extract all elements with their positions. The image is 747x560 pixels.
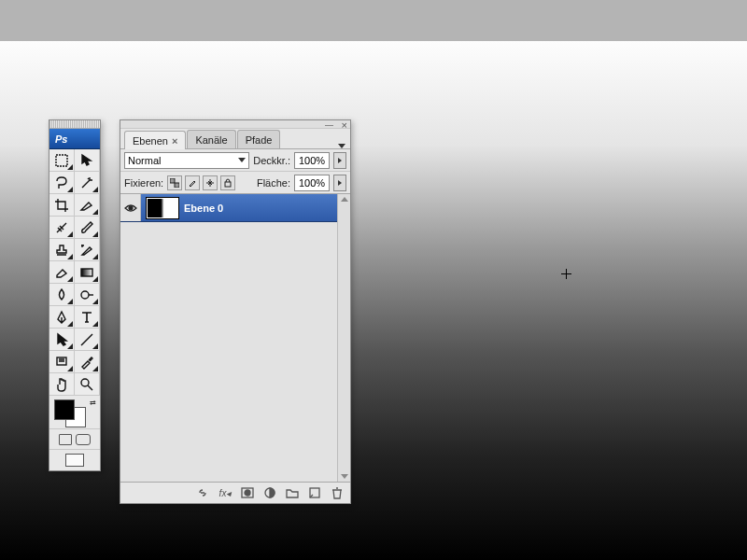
tool-dodge[interactable] <box>75 284 100 306</box>
tab-label: Kanäle <box>195 134 227 146</box>
blend-opacity-row: Normal Deckkr.: 100% <box>120 149 350 172</box>
fill-input[interactable]: 100% <box>294 175 330 191</box>
app-topbar <box>0 0 747 41</box>
lock-pixels-icon[interactable] <box>185 175 200 190</box>
tab-close-icon[interactable]: × <box>172 135 177 147</box>
lock-transparency-icon[interactable] <box>167 175 182 190</box>
tool-lasso[interactable] <box>49 172 75 194</box>
opacity-stepper[interactable] <box>333 152 346 169</box>
color-swatches: ⇄ <box>49 396 100 429</box>
panel-footer: fx◂ <box>120 483 350 503</box>
standard-mode-icon[interactable] <box>59 434 72 445</box>
eye-icon <box>124 203 137 213</box>
tool-notes[interactable] <box>49 351 75 373</box>
opacity-input[interactable]: 100% <box>294 152 330 169</box>
layer-row[interactable]: Ebene 0 <box>120 194 350 222</box>
svg-point-2 <box>81 291 89 299</box>
minimize-icon[interactable]: — <box>325 120 333 130</box>
tool-brush[interactable] <box>75 217 100 239</box>
svg-rect-5 <box>170 178 175 183</box>
app-logo: Ps <box>49 129 100 149</box>
lock-label: Fixieren: <box>124 177 163 189</box>
tool-stamp[interactable] <box>49 239 75 261</box>
scrollbar[interactable] <box>337 194 350 482</box>
tool-history-brush[interactable] <box>75 239 100 261</box>
fill-stepper[interactable] <box>333 175 346 191</box>
layers-panel: — × Ebenen× Kanäle Pfade Normal Deckkr.:… <box>120 119 351 504</box>
svg-point-4 <box>81 379 89 386</box>
tool-eraser[interactable] <box>49 261 75 284</box>
tool-zoom[interactable] <box>75 373 100 396</box>
close-icon[interactable]: × <box>342 119 347 131</box>
tool-line[interactable] <box>75 329 100 351</box>
trash-icon[interactable] <box>330 485 345 500</box>
panel-menu-icon[interactable] <box>333 144 350 148</box>
cursor-crosshair-icon <box>561 269 571 279</box>
opacity-label: Deckkr.: <box>253 155 290 166</box>
tab-kanaele[interactable]: Kanäle <box>187 130 235 148</box>
tab-label: Ebenen <box>133 135 168 147</box>
tab-label: Pfade <box>246 134 273 146</box>
screen-mode-row <box>49 450 100 470</box>
new-layer-icon[interactable] <box>307 485 322 500</box>
quickmask-mode-icon[interactable] <box>76 434 91 445</box>
layer-thumbnail[interactable] <box>147 198 178 218</box>
tool-marquee[interactable] <box>49 149 75 172</box>
lock-position-icon[interactable] <box>203 175 218 190</box>
lock-all-icon[interactable] <box>220 175 235 190</box>
fx-icon[interactable]: fx◂ <box>218 485 233 500</box>
tool-eyedropper[interactable] <box>75 351 100 373</box>
tool-gradient[interactable] <box>75 261 100 284</box>
link-layers-icon[interactable] <box>195 485 210 500</box>
toolbox-drag-handle[interactable] <box>49 120 100 129</box>
tab-ebenen[interactable]: Ebenen× <box>124 131 186 149</box>
lock-fill-row: Fixieren: Fläche: 100% <box>120 172 350 194</box>
tool-move[interactable] <box>75 149 100 172</box>
tool-healing[interactable] <box>49 217 75 239</box>
svg-rect-0 <box>56 155 67 166</box>
chevron-down-icon <box>238 158 246 162</box>
tool-pen[interactable] <box>49 306 75 329</box>
tab-pfade[interactable]: Pfade <box>237 130 281 148</box>
adjustment-icon[interactable] <box>262 485 277 500</box>
svg-rect-6 <box>175 183 179 188</box>
tool-crop[interactable] <box>49 194 75 217</box>
svg-point-10 <box>245 490 250 496</box>
mask-icon[interactable] <box>240 485 255 500</box>
panel-titlebar[interactable]: — × <box>120 120 350 129</box>
tool-blur[interactable] <box>49 284 75 306</box>
svg-point-8 <box>129 206 133 210</box>
foreground-swatch[interactable] <box>54 399 75 420</box>
toolbox-panel: Ps ⇄ <box>49 119 101 471</box>
tool-wand[interactable] <box>75 172 100 194</box>
tool-type[interactable] <box>75 306 100 329</box>
group-icon[interactable] <box>285 485 300 500</box>
visibility-toggle[interactable] <box>120 194 141 221</box>
tool-hand[interactable] <box>49 373 75 396</box>
tool-grid <box>49 149 100 396</box>
swap-colors-icon[interactable]: ⇄ <box>90 399 96 407</box>
panel-tabs: Ebenen× Kanäle Pfade <box>120 129 350 149</box>
document-canvas[interactable]: Ps ⇄ <box>0 41 747 560</box>
tool-path-select[interactable] <box>49 329 75 351</box>
layer-list: Ebene 0 <box>120 194 350 483</box>
svg-rect-7 <box>225 182 231 187</box>
screen-mode-icon[interactable] <box>65 454 84 467</box>
blend-mode-select[interactable]: Normal <box>124 152 249 169</box>
fill-label: Fläche: <box>257 177 290 189</box>
layer-name: Ebene 0 <box>184 203 223 214</box>
edit-mode-row <box>49 429 100 450</box>
svg-rect-1 <box>81 269 92 276</box>
tool-slice[interactable] <box>75 194 100 217</box>
blend-mode-value: Normal <box>128 155 161 166</box>
